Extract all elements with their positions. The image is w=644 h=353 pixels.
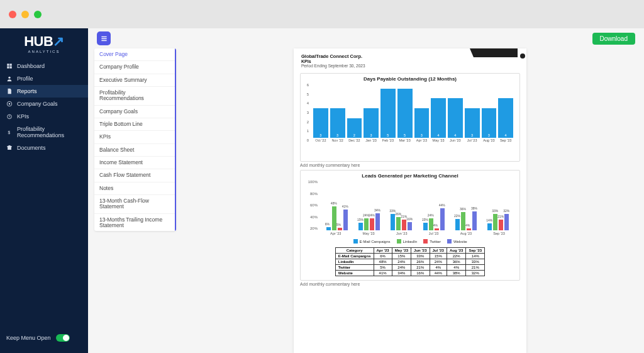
sidebar-item-profile[interactable]: Profile	[0, 72, 88, 85]
sidebar: HUB↗ ANALYTICS DashboardProfileReportsCo…	[0, 28, 88, 353]
sidebar-keep-open[interactable]: Keep Menu Open	[6, 334, 70, 342]
bar: 3Nov '22	[330, 108, 345, 142]
outline-toggle-button[interactable]	[97, 31, 111, 45]
leads-table: CategoryApr '23May '23Jun '23Jul '23Aug …	[335, 247, 485, 276]
commentary-placeholder[interactable]: Add monthly commentary here	[300, 282, 520, 286]
bar: 3Jan '23	[364, 108, 379, 142]
svg-rect-2	[7, 66, 9, 68]
window-min-dot[interactable]	[21, 11, 29, 18]
legend-item: LinkedIn	[397, 239, 418, 244]
bar-group: 33%26%21%16%	[391, 180, 412, 230]
bar: 3Jul '23	[465, 108, 480, 142]
sidebar-keep-open-label: Keep Menu Open	[6, 335, 51, 341]
sidebar-item-profitability-recommendations[interactable]: $Profitability Recommendations	[0, 123, 88, 142]
chart-dpo: Days Payable Outstanding (12 Months) 654…	[300, 73, 520, 162]
logo-subtext: ANALYTICS	[0, 50, 88, 53]
outline-item[interactable]: KPIs	[94, 131, 175, 143]
legend-item: Twitter	[423, 239, 441, 244]
window-max-dot[interactable]	[34, 11, 42, 18]
bar: 4Sep '23	[498, 98, 513, 142]
bar-group: 15%24%4%44%	[423, 180, 445, 230]
report-period: Period Ending September 30, 2023	[301, 64, 519, 68]
legend-item: E-Mail Campaigns	[353, 239, 391, 244]
outline-item[interactable]: Company Goals	[94, 106, 175, 118]
outline-item[interactable]: Income Statement	[94, 157, 175, 169]
bar: 3Aug '23	[482, 108, 497, 142]
bar: 5Mar '23	[397, 89, 413, 142]
svg-rect-9	[101, 36, 106, 36]
bar: 4Jun '23	[448, 98, 463, 142]
logo: HUB↗ ANALYTICS	[0, 28, 88, 56]
bar-group: 6%48%5%41%	[326, 180, 348, 230]
sidebar-item-label: Dashboard	[17, 63, 45, 69]
chart-title: Leads Generated per Marketing Channel	[304, 173, 516, 179]
svg-rect-1	[9, 64, 11, 65]
download-button[interactable]: Download	[592, 33, 635, 45]
legend-item: Website	[447, 239, 467, 244]
svg-rect-11	[101, 40, 106, 40]
report-outline: Cover PageCompany ProfileExecutive Summa…	[94, 48, 176, 231]
svg-point-6	[9, 103, 11, 105]
bar: 4May '23	[431, 98, 446, 142]
page-corner-graphic	[457, 48, 526, 60]
sidebar-item-label: KPIs	[17, 113, 29, 120]
sidebar-item-kpis[interactable]: KPIs	[0, 110, 88, 123]
report-section: KPIs	[301, 59, 519, 64]
bar: 2Dec '22	[347, 118, 362, 142]
sidebar-item-dashboard[interactable]: Dashboard	[0, 60, 88, 72]
sidebar-item-label: Reports	[17, 88, 37, 94]
outline-item[interactable]: Company Profile	[94, 61, 175, 74]
bar: 3Oct '22	[313, 108, 328, 142]
bar-group: 22%36%4%38%	[455, 180, 477, 230]
chart-leads: Leads Generated per Marketing Channel 10…	[300, 170, 520, 281]
outline-item[interactable]: Executive Summary	[94, 74, 175, 87]
svg-text:$: $	[8, 130, 11, 135]
toggle-on-icon[interactable]	[56, 334, 70, 342]
sidebar-item-reports[interactable]: Reports	[0, 85, 88, 98]
svg-rect-0	[7, 64, 9, 65]
window-close-dot[interactable]	[9, 11, 16, 18]
sidebar-item-label: Profitability Recommendations	[17, 126, 82, 138]
sidebar-item-documents[interactable]: Documents	[0, 142, 88, 154]
bar-group: 14%33%21%32%	[487, 180, 509, 230]
outline-item[interactable]: 13-Months Trailing Income Statement	[94, 214, 175, 231]
outline-item[interactable]: Profitability Recommendations	[94, 87, 175, 106]
bar: 5Feb '23	[380, 89, 396, 142]
outline-item[interactable]: Notes	[94, 182, 175, 195]
logo-text: HUB	[24, 33, 53, 49]
sidebar-item-label: Profile	[17, 76, 33, 82]
sidebar-item-label: Documents	[17, 145, 46, 151]
svg-rect-3	[9, 66, 11, 68]
outline-item[interactable]: Cover Page	[94, 48, 175, 61]
browser-chrome	[0, 0, 644, 28]
outline-item[interactable]: Balance Sheet	[94, 144, 175, 157]
outline-item[interactable]: Cash Flow Statement	[94, 169, 175, 182]
chart-title: Days Payable Outstanding (12 Months)	[304, 76, 516, 82]
sidebar-item-label: Company Goals	[17, 101, 58, 107]
sidebar-item-company-goals[interactable]: Company Goals	[0, 98, 88, 110]
report-page: GlobalTrade Connect Corp. KPIs Period En…	[294, 48, 526, 353]
outline-item[interactable]: Triple Bottom Line	[94, 118, 175, 131]
svg-rect-10	[101, 38, 106, 38]
commentary-placeholder[interactable]: Add monthly commentary here	[300, 163, 520, 167]
svg-point-4	[8, 77, 10, 79]
list-icon	[101, 35, 108, 42]
bar-group: 15%24%24%34%	[358, 180, 380, 230]
bar: 3Apr '23	[414, 108, 430, 142]
outline-item[interactable]: 13-Month Cash-Flow Statement	[94, 195, 175, 214]
